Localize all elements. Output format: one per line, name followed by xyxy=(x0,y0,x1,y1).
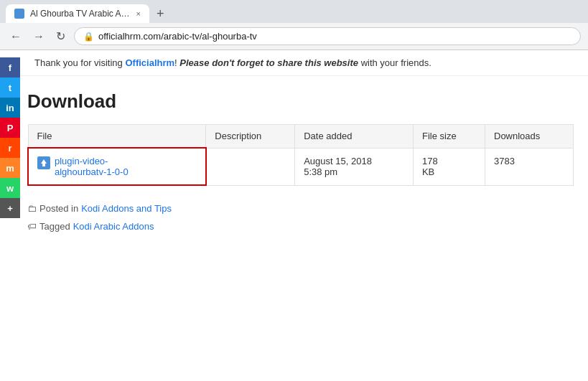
footer-tags: 🗀 Posted in Kodi Addons and Tips 🏷 Tagge… xyxy=(27,203,574,232)
size-unit: KB xyxy=(422,166,434,177)
tab-favicon xyxy=(14,9,24,19)
col-header-downloads: Downloads xyxy=(485,125,574,149)
file-download-icon xyxy=(37,156,50,169)
url-bar[interactable]: 🔒 officialhrm.com/arabic-tv/al-ghourba-t… xyxy=(74,27,581,45)
tagged-line: 🏷 Tagged Kodi Arabic Addons xyxy=(27,221,574,232)
downloads-table: File Description Date added File size Do… xyxy=(27,124,574,186)
notice-suffix: with your friends. xyxy=(358,57,431,68)
tab-close-button[interactable]: × xyxy=(136,9,141,18)
date-cell: August 15, 20185:38 pm xyxy=(295,148,414,185)
posted-prefix: Posted in xyxy=(39,203,78,214)
col-header-file: File xyxy=(28,125,206,149)
address-bar: ← → ↻ 🔒 officialhrm.com/arabic-tv/al-gho… xyxy=(0,23,588,50)
tab-title: Al Ghourba TV Arabic Addon - B… xyxy=(30,9,131,19)
social-btn-mix[interactable]: m xyxy=(0,158,20,178)
url-text: officialhrm.com/arabic-tv/al-ghourba-tv xyxy=(98,31,257,42)
notice-prefix: Thank you for visiting xyxy=(34,57,125,68)
file-cell-content: plugin-video- alghourbatv-1-0-0 xyxy=(37,156,197,177)
forward-button[interactable]: → xyxy=(30,29,47,44)
notice-brand: Officialhrm xyxy=(125,57,174,68)
col-header-size: File size xyxy=(413,125,485,149)
tab-bar: Al Ghourba TV Arabic Addon - B… × + xyxy=(0,0,588,23)
page-content: Thank you for visiting Officialhrm! Plea… xyxy=(20,50,588,253)
table-body: plugin-video- alghourbatv-1-0-0 August 1… xyxy=(28,148,574,185)
social-btn-twitter[interactable]: t xyxy=(0,77,20,98)
social-sidebar: ftinPrmw+ xyxy=(0,57,20,218)
social-btn-facebook[interactable]: f xyxy=(0,57,20,77)
social-btn-reddit[interactable]: r xyxy=(0,138,20,158)
col-header-date: Date added xyxy=(295,125,414,149)
tag-icon: 🏷 xyxy=(27,221,37,232)
tagged-prefix: Tagged xyxy=(39,221,70,232)
file-name-line1: plugin-video- xyxy=(55,156,129,166)
lock-icon: 🔒 xyxy=(83,32,94,42)
posted-link[interactable]: Kodi Addons and Tips xyxy=(81,203,172,214)
table-header-row: File Description Date added File size Do… xyxy=(28,125,574,149)
table-row: plugin-video- alghourbatv-1-0-0 August 1… xyxy=(28,148,574,185)
main-section: Download File Description Date added Fil… xyxy=(20,76,588,253)
table-header: File Description Date added File size Do… xyxy=(28,125,574,149)
file-cell: plugin-video- alghourbatv-1-0-0 xyxy=(28,148,206,185)
tagged-link[interactable]: Kodi Arabic Addons xyxy=(73,221,154,232)
description-cell xyxy=(206,148,295,185)
page-section-title: Download xyxy=(27,90,574,113)
size-cell: 178KB xyxy=(413,148,485,185)
back-button[interactable]: ← xyxy=(7,29,24,44)
size-value: 178 xyxy=(422,156,438,166)
reload-button[interactable]: ↻ xyxy=(53,29,68,44)
file-download-link[interactable]: plugin-video- alghourbatv-1-0-0 xyxy=(55,156,129,177)
social-btn-pinterest[interactable]: P xyxy=(0,118,20,138)
col-header-description: Description xyxy=(206,125,295,149)
active-tab[interactable]: Al Ghourba TV Arabic Addon - B… × xyxy=(6,4,149,23)
date-line2: 5:38 pm xyxy=(304,166,337,177)
notice-bar: Thank you for visiting Officialhrm! Plea… xyxy=(20,50,588,76)
social-btn-linkedin[interactable]: in xyxy=(0,98,20,118)
notice-emphasis: Please don't forget to share this websit… xyxy=(179,57,358,68)
file-name-line2: alghourbatv-1-0-0 xyxy=(55,166,129,177)
downloads-cell: 3783 xyxy=(485,148,574,185)
folder-icon: 🗀 xyxy=(27,203,37,214)
browser-chrome: Al Ghourba TV Arabic Addon - B… × + ← → … xyxy=(0,0,588,50)
social-btn-more[interactable]: + xyxy=(0,198,20,218)
social-btn-whatsapp[interactable]: w xyxy=(0,178,20,198)
new-tab-button[interactable]: + xyxy=(152,7,169,20)
date-line1: August 15, 2018 xyxy=(304,156,372,166)
posted-in-line: 🗀 Posted in Kodi Addons and Tips xyxy=(27,203,574,214)
